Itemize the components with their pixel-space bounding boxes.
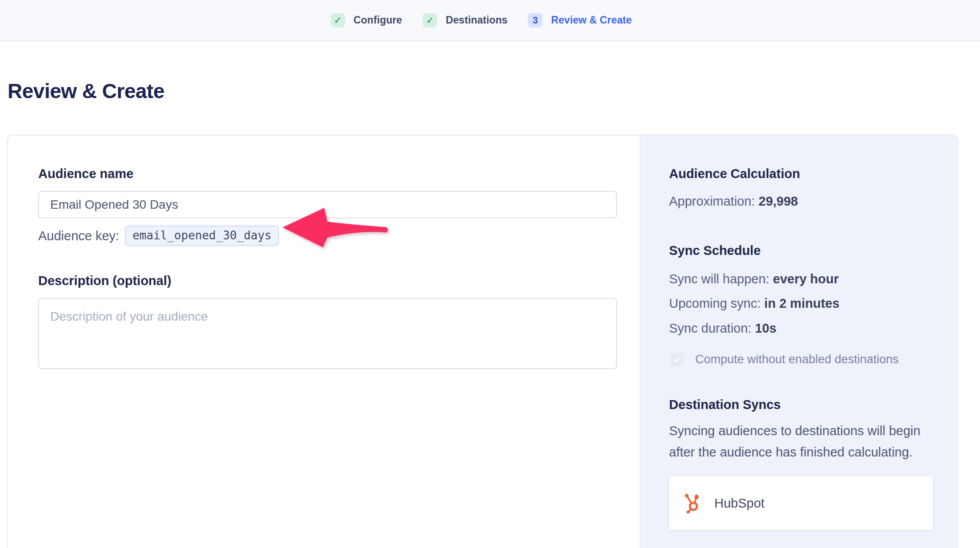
- check-icon: ✓: [422, 13, 437, 28]
- sync-duration-label: Sync duration:: [669, 321, 755, 335]
- step-destinations-label: Destinations: [446, 14, 507, 26]
- description-textarea[interactable]: [38, 298, 617, 369]
- step-destinations[interactable]: ✓ Destinations: [422, 13, 507, 28]
- destination-syncs-note: Syncing audiences to destinations will b…: [669, 420, 933, 463]
- sync-duration-value: 10s: [755, 321, 776, 335]
- destination-card-hubspot[interactable]: HubSpot: [669, 476, 933, 530]
- upcoming-sync-value: in 2 minutes: [764, 296, 839, 310]
- destination-name: HubSpot: [714, 496, 765, 511]
- sync-duration-row: Sync duration: 10s: [669, 321, 933, 336]
- hubspot-logo-icon: [682, 492, 704, 514]
- compute-checkbox-row[interactable]: ✓ Compute without enabled destinations: [669, 353, 933, 366]
- summary-panel: Audience Calculation Approximation: 29,9…: [640, 135, 958, 548]
- page-title: Review & Create: [8, 79, 164, 103]
- audience-calculation-heading: Audience Calculation: [669, 167, 933, 181]
- audience-key-value: email_opened_30_days: [125, 226, 279, 246]
- audience-name-input[interactable]: [38, 191, 617, 218]
- step-review-create[interactable]: 3 Review & Create: [528, 13, 632, 28]
- destination-syncs-heading: Destination Syncs: [669, 397, 933, 412]
- check-icon: ✓: [331, 13, 345, 28]
- step-number-badge: 3: [528, 13, 542, 28]
- review-create-panel: Audience name Audience key: email_opened…: [7, 135, 958, 548]
- checkbox-check-icon[interactable]: ✓: [670, 353, 684, 366]
- description-label: Description (optional): [38, 274, 617, 288]
- stepper-bar: ✓ Configure ✓ Destinations 3 Review & Cr…: [0, 0, 980, 41]
- upcoming-sync-label: Upcoming sync:: [669, 296, 764, 310]
- compute-checkbox-label: Compute without enabled destinations: [695, 353, 899, 366]
- approximation-label: Approximation:: [669, 194, 759, 208]
- approximation-row: Approximation: 29,998: [669, 194, 933, 209]
- step-review-create-label: Review & Create: [551, 14, 632, 26]
- sync-frequency-value: every hour: [773, 272, 839, 286]
- sync-schedule-heading: Sync Schedule: [669, 243, 933, 258]
- sync-frequency-label: Sync will happen:: [669, 272, 773, 286]
- audience-key-row: Audience key: email_opened_30_days: [38, 226, 617, 246]
- sync-frequency-row: Sync will happen: every hour: [669, 271, 933, 286]
- audience-key-label: Audience key:: [38, 229, 119, 243]
- audience-form: Audience name Audience key: email_opened…: [8, 135, 640, 548]
- approximation-value: 29,998: [759, 194, 798, 208]
- audience-name-label: Audience name: [38, 167, 617, 181]
- stepper: ✓ Configure ✓ Destinations 3 Review & Cr…: [331, 13, 632, 28]
- step-configure[interactable]: ✓ Configure: [331, 13, 402, 28]
- step-configure-label: Configure: [354, 14, 402, 26]
- upcoming-sync-row: Upcoming sync: in 2 minutes: [669, 296, 933, 311]
